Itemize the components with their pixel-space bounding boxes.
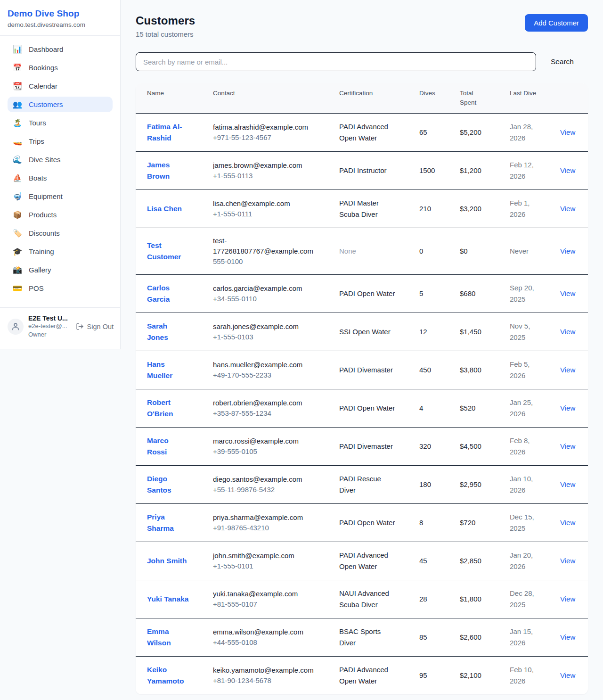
view-customer-link[interactable]: View	[560, 442, 575, 450]
customer-actions-cell: View	[549, 114, 588, 152]
sidebar-item-dive-sites[interactable]: 🌊Dive Sites	[8, 152, 113, 167]
customer-name-cell: Priya Sharma	[136, 504, 202, 542]
customer-certification-cell: PADI Open Water	[328, 504, 408, 542]
table-row: Lisa Chenlisa.chen@example.com+1-555-011…	[136, 190, 588, 228]
customer-contact-cell: john.smith@example.com+1-555-0101	[202, 542, 328, 580]
user-name: E2E Test U...	[28, 314, 68, 322]
customer-contact-cell: priya.sharma@example.com+91-98765-43210	[202, 504, 328, 542]
customer-dives-cell: 320	[408, 428, 448, 466]
customer-certification-cell: None	[328, 228, 408, 275]
view-customer-link[interactable]: View	[560, 128, 575, 136]
customer-phone: +81-555-0107	[213, 599, 317, 609]
search-button[interactable]: Search	[536, 58, 588, 66]
customer-name-cell: Diego Santos	[136, 466, 202, 504]
sidebar-item-bookings[interactable]: 📅Bookings	[8, 60, 113, 75]
sidebar-item-boats[interactable]: ⛵Boats	[8, 170, 113, 186]
customer-name-link[interactable]: John Smith	[147, 557, 187, 565]
customer-last-dive-cell: Never	[498, 228, 549, 275]
wave-icon: 🌊	[12, 156, 23, 164]
shop-name: Demo Dive Shop	[8, 8, 113, 19]
view-customer-link[interactable]: View	[560, 671, 575, 679]
customer-contact-cell: lisa.chen@example.com+1-555-0111	[202, 190, 328, 228]
speedboat-icon: 🚤	[12, 138, 23, 145]
customer-name-cell: James Brown	[136, 152, 202, 190]
customer-name-link[interactable]: Robert O'Brien	[147, 398, 173, 418]
customer-contact-cell: diego.santos@example.com+55-11-99876-543…	[202, 466, 328, 504]
customer-certification-cell: PADI Open Water	[328, 275, 408, 313]
customer-name-link[interactable]: Test Customer	[147, 241, 181, 261]
customer-name-link[interactable]: Priya Sharma	[147, 513, 174, 532]
customer-name-cell: Carlos Garcia	[136, 275, 202, 313]
view-customer-link[interactable]: View	[560, 247, 575, 255]
sidebar-item-training[interactable]: 🎓Training	[8, 244, 113, 259]
user-role: Owner	[28, 330, 68, 339]
customer-contact-cell: yuki.tanaka@example.com+81-555-0107	[202, 580, 328, 618]
sidebar-item-customers[interactable]: 👥Customers	[8, 97, 113, 112]
customer-phone: +34-555-0110	[213, 294, 317, 304]
customer-dives-cell: 95	[408, 657, 448, 695]
customer-email: sarah.jones@example.com	[213, 321, 317, 332]
customer-dives-cell: 1500	[408, 152, 448, 190]
people-icon: 👥	[12, 101, 23, 108]
customer-dives-cell: 28	[408, 580, 448, 618]
search-input[interactable]	[136, 52, 536, 71]
view-customer-link[interactable]: View	[560, 166, 575, 174]
sidebar-item-pos[interactable]: 💳POS	[8, 280, 113, 296]
customer-phone: +91-98765-43210	[213, 523, 317, 533]
column-header-certification: Certification	[328, 83, 408, 114]
customers-table: Name Contact Certification Dives Total S…	[136, 83, 588, 694]
customer-total-spent-cell: $1,800	[448, 580, 498, 618]
customer-name-link[interactable]: Keiko Yamamoto	[147, 666, 184, 685]
page-header: Customers 15 total customers Add Custome…	[136, 14, 588, 38]
customer-last-dive-cell: Dec 28, 2025	[498, 580, 549, 618]
view-customer-link[interactable]: View	[560, 289, 575, 297]
sidebar-item-tours[interactable]: 🏝️Tours	[8, 115, 113, 131]
view-customer-link[interactable]: View	[560, 519, 575, 527]
customer-certification-cell: PADI Rescue Diver	[328, 466, 408, 504]
view-customer-link[interactable]: View	[560, 557, 575, 565]
view-customer-link[interactable]: View	[560, 633, 575, 641]
view-customer-link[interactable]: View	[560, 404, 575, 412]
sidebar-item-products[interactable]: 📦Products	[8, 207, 113, 222]
customer-name-link[interactable]: James Brown	[147, 161, 170, 180]
customer-dives-cell: 12	[408, 313, 448, 351]
sidebar-item-equipment[interactable]: 🤿Equipment	[8, 189, 113, 204]
sidebar-item-dashboard[interactable]: 📊Dashboard	[8, 41, 113, 57]
customer-name-link[interactable]: Marco Rossi	[147, 436, 169, 456]
customer-name-link[interactable]: Diego Santos	[147, 475, 171, 494]
sidebar-item-trips[interactable]: 🚤Trips	[8, 133, 113, 149]
customer-name-cell: Keiko Yamamoto	[136, 657, 202, 695]
customer-phone: +81-90-1234-5678	[213, 675, 317, 686]
table-row: Emma Wilsonemma.wilson@example.com+44-55…	[136, 618, 588, 657]
customer-name-link[interactable]: Emma Wilson	[147, 627, 171, 647]
sidebar-item-gallery[interactable]: 📸Gallery	[8, 262, 113, 278]
view-customer-link[interactable]: View	[560, 205, 575, 213]
view-customer-link[interactable]: View	[560, 480, 575, 488]
app-root: Demo Dive Shop demo.test.divestreams.com…	[0, 0, 603, 700]
shop-domain: demo.test.divestreams.com	[8, 21, 113, 28]
avatar	[8, 319, 24, 335]
sidebar-item-discounts[interactable]: 🏷️Discounts	[8, 225, 113, 241]
customer-name-link[interactable]: Carlos Garcia	[147, 284, 170, 303]
view-customer-link[interactable]: View	[560, 366, 575, 374]
sidebar-item-calendar[interactable]: 📆Calendar	[8, 78, 113, 94]
view-customer-link[interactable]: View	[560, 595, 575, 603]
table-row: Hans Muellerhans.mueller@example.com+49-…	[136, 351, 588, 389]
customer-name-link[interactable]: Lisa Chen	[147, 205, 182, 213]
customer-email: test-1772681807767@example.com	[213, 236, 317, 256]
view-customer-link[interactable]: View	[560, 328, 575, 336]
customer-name-link[interactable]: Hans Mueller	[147, 360, 172, 379]
customer-last-dive-cell: Sep 20, 2025	[498, 275, 549, 313]
customer-last-dive-cell: Feb 1, 2026	[498, 190, 549, 228]
customer-phone: +353-87-555-1234	[213, 408, 317, 419]
table-row: Test Customertest-1772681807767@example.…	[136, 228, 588, 275]
customer-actions-cell: View	[549, 389, 588, 428]
add-customer-button[interactable]: Add Customer	[525, 14, 588, 32]
column-header-actions	[549, 83, 588, 114]
customer-name-link[interactable]: Yuki Tanaka	[147, 595, 188, 603]
customer-dives-cell: 180	[408, 466, 448, 504]
customer-name-link[interactable]: Fatima Al-Rashid	[147, 123, 182, 142]
sign-out-button[interactable]: Sign Out	[76, 322, 114, 330]
customer-name-link[interactable]: Sarah Jones	[147, 322, 168, 341]
table-row: John Smithjohn.smith@example.com+1-555-0…	[136, 542, 588, 580]
